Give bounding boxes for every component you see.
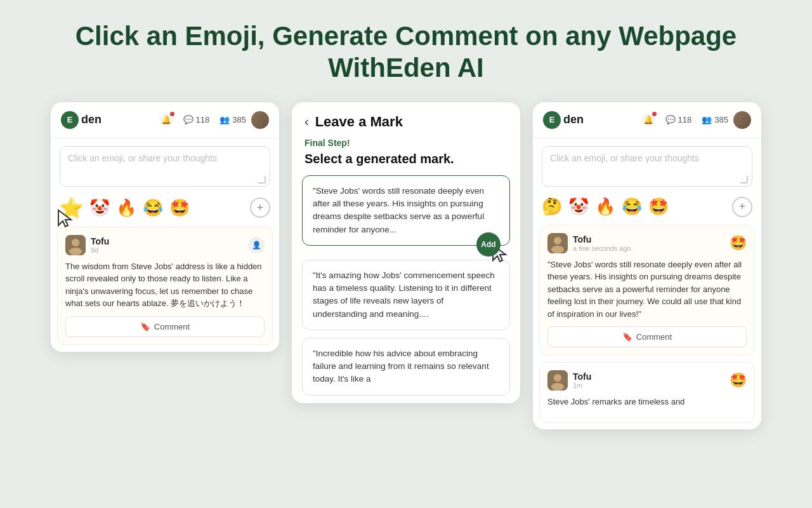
mark-option-text-2: "It's amazing how Jobs' commencement spe… <box>313 271 495 319</box>
mark-option-text-1: "Steve Jobs' words still resonate deeply… <box>313 186 484 234</box>
post-avatar-3-1 <box>547 233 568 253</box>
post-username-3-1: Tofu <box>573 234 631 244</box>
post-body-3-1: "Steve Jobs' words still resonate deeply… <box>547 258 747 321</box>
avatar-3[interactable] <box>733 111 751 129</box>
post-user-icon-1[interactable]: 👤 <box>248 237 265 253</box>
comments-icon-3: 💬 <box>665 115 676 124</box>
back-button[interactable]: ‹ <box>304 114 309 129</box>
comments-count-3: 💬 118 <box>665 115 692 124</box>
eden-logo-icon-1: E <box>61 111 79 129</box>
page-header: Click an Emoji, Generate Comment on any … <box>63 0 749 102</box>
users-icon-3: 👥 <box>702 115 712 124</box>
main-title: Click an Emoji, Generate Comment on any … <box>75 20 737 84</box>
comment-btn-3-1[interactable]: 🔖 Comment <box>547 326 747 347</box>
panel-1: E den 🔔 💬 118 👥 385 Clic <box>51 102 279 352</box>
post-avatar-3-2 <box>547 370 568 391</box>
comment-btn-1[interactable]: 🔖 Comment <box>65 316 265 337</box>
post-time-3-1: a few seconds ago <box>573 244 631 252</box>
post-card-3-1: Tofu a few seconds ago 🤩 "Steve Jobs' wo… <box>539 225 755 356</box>
post-username-1: Tofu <box>91 236 109 246</box>
post-time-1: 9d <box>91 246 109 254</box>
emoji-clown-3[interactable]: 🤡 <box>568 197 589 217</box>
emoji-row-1: ⭐ 🤡 🔥 😂 🤩 + <box>51 192 279 227</box>
comment-label-1: Comment <box>154 322 190 331</box>
emoji-thinking-1[interactable]: ⭐ <box>60 197 83 219</box>
reaction-emoji-3-2: 🤩 <box>730 372 747 389</box>
emoji-cursor-area-1: ⭐ <box>60 197 83 219</box>
post-username-3-2: Tofu <box>573 371 591 382</box>
select-mark-title: Select a generated mark. <box>292 152 520 175</box>
eden-logo-3: E den <box>543 111 584 129</box>
panel-2: ‹ Leave a Mark Final Step! Select a gene… <box>292 102 520 403</box>
panel-1-header: E den 🔔 💬 118 👥 385 <box>51 102 279 138</box>
emoji-clown-1[interactable]: 🤡 <box>89 198 110 218</box>
users-count-1: 👥 385 <box>219 115 246 124</box>
emoji-row-3: 🤔 🤡 🔥 😂 🤩 + <box>533 192 761 225</box>
resize-handle-3 <box>740 176 748 184</box>
thought-placeholder-1: Click an emoji, or share your thoughts <box>68 153 217 163</box>
post-header-3-2: Tofu 1m 🤩 <box>547 370 747 391</box>
add-area: Add <box>476 232 501 257</box>
reaction-emoji-3-1: 🤩 <box>730 235 747 251</box>
eden-logo-1: E den <box>61 111 102 129</box>
svg-point-9 <box>554 374 561 382</box>
post-time-3-2: 1m <box>573 382 591 389</box>
post-card-1: Tofu 9d 👤 The wisdom from Steve Jobs' ad… <box>57 227 273 345</box>
notification-dot-3 <box>652 112 657 116</box>
post-header-3-1: Tofu a few seconds ago 🤩 <box>547 233 747 253</box>
post-avatar-1 <box>65 235 86 255</box>
add-pill-btn[interactable]: Add <box>476 232 501 257</box>
comment-label-3-1: Comment <box>636 332 672 342</box>
add-emoji-btn-1[interactable]: + <box>250 197 270 218</box>
avatar-1[interactable] <box>251 111 269 129</box>
svg-point-6 <box>554 237 561 244</box>
emoji-stars-3[interactable]: 🤩 <box>648 197 669 217</box>
post-card-3-2: Tofu 1m 🤩 Steve Jobs' remarks are timele… <box>539 362 755 423</box>
users-count-3: 👥 385 <box>702 115 728 124</box>
svg-point-7 <box>551 246 564 253</box>
bell-area-3[interactable]: 🔔 <box>641 113 655 127</box>
svg-point-10 <box>551 383 564 391</box>
emoji-stars-1[interactable]: 🤩 <box>169 198 190 218</box>
panel-2-title: Leave a Mark <box>315 114 403 130</box>
emoji-thinking-3[interactable]: 🤔 <box>542 197 562 217</box>
svg-point-2 <box>72 239 79 246</box>
final-step-label: Final Step! <box>292 138 520 152</box>
panel-3: E den 🔔 💬 118 👥 385 Clic <box>533 102 761 429</box>
mark-option-2[interactable]: "It's amazing how Jobs' commencement spe… <box>302 260 510 330</box>
emoji-fire-3[interactable]: 🔥 <box>595 197 615 217</box>
thought-placeholder-3: Click an emoji, or share your thoughts <box>550 153 699 163</box>
emoji-laugh-3[interactable]: 😂 <box>622 197 642 217</box>
notification-dot-1 <box>170 112 174 116</box>
comment-bookmark-icon-3-1: 🔖 <box>622 332 632 342</box>
thought-box-1[interactable]: Click an emoji, or share your thoughts <box>60 146 270 187</box>
bell-icon-1[interactable]: 🔔 <box>159 113 173 127</box>
eden-logo-icon-3: E <box>543 111 561 129</box>
add-emoji-btn-3[interactable]: + <box>732 197 752 217</box>
post-header-1: Tofu 9d 👤 <box>65 235 265 255</box>
svg-point-3 <box>69 248 82 255</box>
post-body-3-2: Steve Jobs' remarks are timeless and <box>547 396 747 408</box>
panel-3-header: E den 🔔 💬 118 👥 385 <box>533 102 761 138</box>
comments-count-1: 💬 118 <box>183 115 210 124</box>
panels-container: E den 🔔 💬 118 👥 385 Clic <box>32 102 780 429</box>
resize-handle-1 <box>258 176 266 184</box>
comments-icon-1: 💬 <box>183 115 193 124</box>
emoji-fire-1[interactable]: 🔥 <box>116 198 136 218</box>
emoji-laugh-1[interactable]: 😂 <box>143 198 163 218</box>
thought-box-3[interactable]: Click an emoji, or share your thoughts <box>542 146 752 187</box>
mark-option-1[interactable]: "Steve Jobs' words still resonate deeply… <box>302 175 510 246</box>
comment-bookmark-icon-1: 🔖 <box>140 322 150 331</box>
bell-area-1[interactable]: 🔔 <box>159 113 173 127</box>
users-icon-1: 👥 <box>219 115 230 124</box>
post-body-1: The wisdom from Steve Jobs' address is l… <box>65 260 265 310</box>
bell-icon-3[interactable]: 🔔 <box>641 113 655 127</box>
mark-option-3[interactable]: "Incredible how his advice about embraci… <box>302 338 510 396</box>
panel-2-header: ‹ Leave a Mark <box>292 102 520 138</box>
mark-option-text-3: "Incredible how his advice about embraci… <box>313 349 489 384</box>
